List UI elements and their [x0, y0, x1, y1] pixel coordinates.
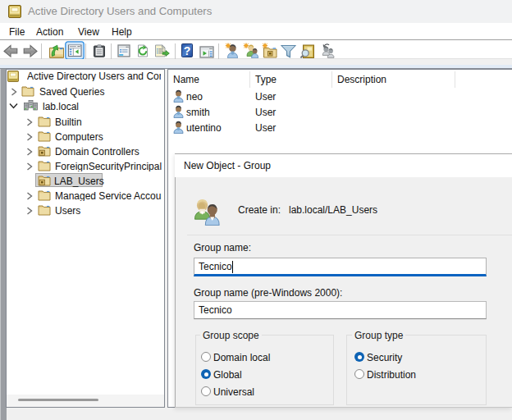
- svg-text:?: ?: [184, 44, 191, 57]
